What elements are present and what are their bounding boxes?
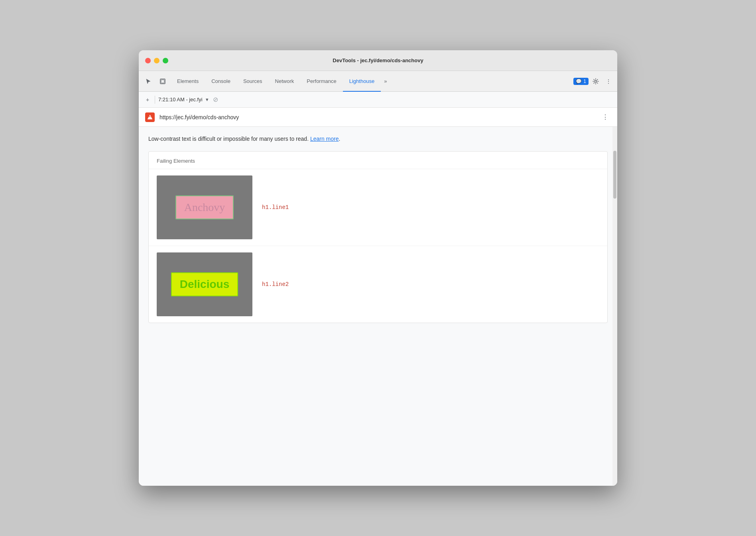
tab-performance[interactable]: Performance <box>300 71 343 92</box>
element-selector-2[interactable]: h1.line2 <box>262 281 289 288</box>
block-icon[interactable]: ⊘ <box>212 96 220 104</box>
tabs-list: Elements Console Sources Network Perform… <box>171 71 573 91</box>
scrollbar-thumb[interactable] <box>613 151 616 199</box>
tab-lighthouse[interactable]: Lighthouse <box>343 71 381 92</box>
title-bar: DevTools - jec.fyi/demo/cds-anchovy <box>139 50 617 71</box>
thumbnail-bg-delicious: Delicious <box>157 252 252 316</box>
layers-icon[interactable] <box>156 75 169 88</box>
toolbar-separator <box>155 96 155 104</box>
url-bar: https://jec.fyi/demo/cds-anchovy ⋮ <box>139 108 617 127</box>
tab-network[interactable]: Network <box>269 71 301 92</box>
svg-rect-1 <box>161 80 164 83</box>
failing-elements-container: Failing Elements Anchovy h1.line1 <box>148 151 608 323</box>
more-options-button[interactable]: ⋮ <box>603 76 614 87</box>
anchovy-box: Anchovy <box>175 195 234 219</box>
notification-badge[interactable]: 💬 1 <box>573 78 589 85</box>
failing-elements-header: Failing Elements <box>149 152 607 169</box>
learn-more-link[interactable]: Learn more <box>310 136 339 142</box>
minimize-button[interactable] <box>154 58 159 63</box>
settings-button[interactable] <box>590 76 601 87</box>
delicious-text: Delicious <box>180 278 229 291</box>
description-text: Low-contrast text is difficult or imposs… <box>148 135 608 143</box>
traffic-lights <box>145 58 168 63</box>
secondary-toolbar: + 7:21:10 AM - jec.fyi ▾ ⊘ <box>139 92 617 108</box>
main-content: Low-contrast text is difficult or imposs… <box>139 127 617 486</box>
svg-rect-3 <box>150 116 150 118</box>
url-more-button[interactable]: ⋮ <box>600 112 611 123</box>
delicious-box: Delicious <box>171 272 238 296</box>
url-text: https://jec.fyi/demo/cds-anchovy <box>159 114 600 120</box>
window-title: DevTools - jec.fyi/demo/cds-anchovy <box>333 57 423 63</box>
svg-point-2 <box>595 80 597 82</box>
devtools-tabs-bar: Elements Console Sources Network Perform… <box>139 71 617 92</box>
thumbnail-bg-anchovy: Anchovy <box>157 175 252 239</box>
tabs-overflow-button[interactable]: » <box>381 75 390 88</box>
notification-count: 1 <box>583 79 586 84</box>
chat-icon: 💬 <box>576 79 582 84</box>
failing-element-row-2: Delicious h1.line2 <box>149 246 607 323</box>
cursor-icon[interactable] <box>142 75 155 88</box>
timestamp-text: 7:21:10 AM - jec.fyi <box>158 97 203 102</box>
anchovy-text: Anchovy <box>184 201 225 214</box>
maximize-button[interactable] <box>163 58 168 63</box>
vertical-dots-icon: ⋮ <box>606 78 611 85</box>
failing-element-row-1: Anchovy h1.line1 <box>149 169 607 246</box>
tab-elements[interactable]: Elements <box>171 71 205 92</box>
add-button[interactable]: + <box>144 96 152 104</box>
element-thumbnail-anchovy: Anchovy <box>157 175 252 239</box>
dropdown-button[interactable]: ▾ <box>206 97 209 102</box>
element-thumbnail-delicious: Delicious <box>157 252 252 316</box>
tabs-right-actions: 💬 1 ⋮ <box>573 76 614 87</box>
close-button[interactable] <box>145 58 151 63</box>
tab-console[interactable]: Console <box>205 71 237 92</box>
devtools-window: DevTools - jec.fyi/demo/cds-anchovy Elem… <box>139 50 617 486</box>
scrollbar[interactable] <box>612 127 617 486</box>
lighthouse-warning-icon <box>145 112 155 122</box>
plus-icon: + <box>146 97 149 103</box>
tab-sources[interactable]: Sources <box>237 71 269 92</box>
element-selector-1[interactable]: h1.line1 <box>262 204 289 211</box>
svg-point-4 <box>150 118 150 118</box>
